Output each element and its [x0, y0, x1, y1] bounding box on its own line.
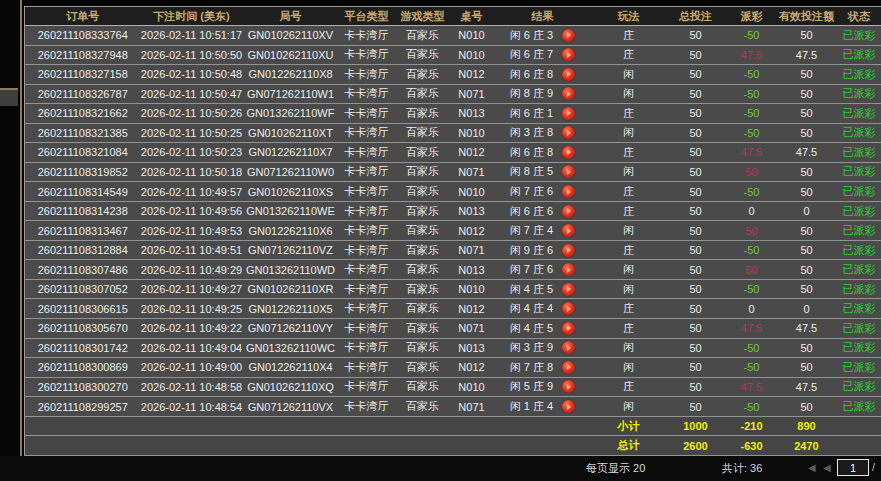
table-row: 260211108326787 2026-02-11 10:50:47 GN07…: [25, 84, 881, 104]
order-no-cell: 260211108326787: [25, 84, 141, 104]
play-result-icon[interactable]: [562, 400, 575, 413]
platform-cell: 卡卡湾厅: [339, 240, 395, 260]
play-result-icon[interactable]: [562, 87, 575, 100]
play-cell: 闲: [593, 123, 665, 143]
play-result-icon[interactable]: [562, 361, 575, 374]
play-result-icon[interactable]: [562, 224, 575, 237]
bet-time-cell: 2026-02-11 10:49:29: [141, 260, 243, 280]
play-result-icon[interactable]: [562, 205, 575, 218]
order-no-cell: 260211108299257: [25, 397, 141, 417]
result-text: 闲 6 庄 7: [510, 47, 553, 62]
game-type-cell: 百家乐: [395, 221, 451, 241]
result-text: 闲 3 庄 8: [510, 125, 553, 140]
round-no-cell: GN071262110VY: [243, 318, 339, 338]
table-row: 260211108321662 2026-02-11 10:50:26 GN01…: [25, 104, 881, 124]
play-result-icon[interactable]: [562, 302, 575, 315]
payout-cell: -50: [727, 123, 777, 143]
result-cell: 闲 8 庄 9: [493, 84, 593, 104]
table-row: 260211108327158 2026-02-11 10:50:48 GN01…: [25, 65, 881, 85]
valid-bet-cell: 50: [777, 26, 837, 46]
status-cell: 已派彩: [837, 182, 881, 202]
status-cell: 已派彩: [837, 201, 881, 221]
play-triangle-icon: [567, 325, 571, 331]
play-triangle-icon: [567, 247, 571, 253]
result-cell: 闲 7 庄 6: [493, 260, 593, 280]
payout-cell: -50: [727, 182, 777, 202]
result-cell: 闲 7 庄 8: [493, 358, 593, 378]
valid-bet-cell: 0: [777, 299, 837, 319]
table-no-cell: N010: [451, 377, 493, 397]
play-result-icon[interactable]: [562, 165, 575, 178]
valid-bet-cell: 0: [777, 201, 837, 221]
play-result-icon[interactable]: [562, 263, 575, 276]
subtotal-payout: -210: [727, 416, 777, 436]
bet-time-cell: 2026-02-11 10:51:17: [141, 26, 243, 46]
subtotal-row: 小计 1000 -210 890: [25, 416, 881, 436]
valid-bet-cell: 47.5: [777, 377, 837, 397]
play-result-icon[interactable]: [562, 283, 575, 296]
bet-time-cell: 2026-02-11 10:50:47: [141, 84, 243, 104]
game-type-cell: 百家乐: [395, 104, 451, 124]
status-cell: 已派彩: [837, 45, 881, 65]
round-no-cell: GN010262110XR: [243, 279, 339, 299]
valid-bet-cell: 50: [777, 397, 837, 417]
table-row: 260211108301742 2026-02-11 10:49:04 GN01…: [25, 338, 881, 358]
bet-time-cell: 2026-02-11 10:49:27: [141, 279, 243, 299]
header-order-no: 订单号: [25, 7, 141, 26]
table-no-cell: N012: [451, 143, 493, 163]
bet-time-cell: 2026-02-11 10:49:53: [141, 221, 243, 241]
table-no-cell: N013: [451, 260, 493, 280]
game-type-cell: 百家乐: [395, 162, 451, 182]
table-row: 260211108299257 2026-02-11 10:48:54 GN07…: [25, 397, 881, 417]
play-cell: 闲: [593, 65, 665, 85]
order-no-cell: 260211108305670: [25, 318, 141, 338]
table-row: 260211108327948 2026-02-11 10:50:50 GN01…: [25, 45, 881, 65]
payout-cell: 50: [727, 260, 777, 280]
grand-total-total-bet: 2600: [665, 436, 727, 456]
play-result-icon[interactable]: [562, 29, 575, 42]
play-result-icon[interactable]: [562, 322, 575, 335]
result-cell: 闲 7 庄 4: [493, 221, 593, 241]
valid-bet-cell: 50: [777, 338, 837, 358]
round-no-cell: GN012262110X6: [243, 221, 339, 241]
play-result-icon[interactable]: [562, 146, 575, 159]
play-result-icon[interactable]: [562, 126, 575, 139]
header-table-no: 桌号: [451, 7, 493, 26]
result-text: 闲 7 庄 4: [510, 223, 553, 238]
round-no-cell: GN012262110X5: [243, 299, 339, 319]
table-no-cell: N010: [451, 26, 493, 46]
play-result-icon[interactable]: [562, 341, 575, 354]
grand-total-label: 总计: [593, 436, 665, 456]
play-result-icon[interactable]: [562, 107, 575, 120]
order-no-cell: 260211108312884: [25, 240, 141, 260]
play-cell: 闲: [593, 260, 665, 280]
first-page-arrow-icon[interactable]: ◀: [808, 462, 816, 473]
game-type-cell: 百家乐: [395, 299, 451, 319]
status-cell: 已派彩: [837, 221, 881, 241]
page-number-input[interactable]: [837, 459, 869, 476]
summary-rows: 小计 1000 -210 890 总计 2600 -630: [25, 416, 881, 455]
total-bet-cell: 50: [665, 318, 727, 338]
result-text: 闲 7 庄 8: [510, 360, 553, 375]
play-cell: 庄: [593, 318, 665, 338]
play-triangle-icon: [567, 364, 571, 370]
order-no-cell: 260211108327948: [25, 45, 141, 65]
game-type-cell: 百家乐: [395, 182, 451, 202]
play-result-icon[interactable]: [562, 380, 575, 393]
game-type-cell: 百家乐: [395, 260, 451, 280]
result-cell: 闲 4 庄 4: [493, 299, 593, 319]
header-play: 玩法: [593, 7, 665, 26]
order-no-cell: 260211108307052: [25, 279, 141, 299]
platform-cell: 卡卡湾厅: [339, 26, 395, 46]
game-type-cell: 百家乐: [395, 201, 451, 221]
game-type-cell: 百家乐: [395, 123, 451, 143]
play-result-icon[interactable]: [562, 185, 575, 198]
valid-bet-cell: 47.5: [777, 45, 837, 65]
play-result-icon[interactable]: [562, 68, 575, 81]
bet-time-cell: 2026-02-11 10:50:25: [141, 123, 243, 143]
play-result-icon[interactable]: [562, 244, 575, 257]
result-text: 闲 6 庄 8: [510, 67, 553, 82]
total-count-label: 共计: 36: [722, 461, 762, 476]
play-result-icon[interactable]: [562, 48, 575, 61]
prev-page-arrow-icon[interactable]: ◀: [823, 462, 831, 473]
